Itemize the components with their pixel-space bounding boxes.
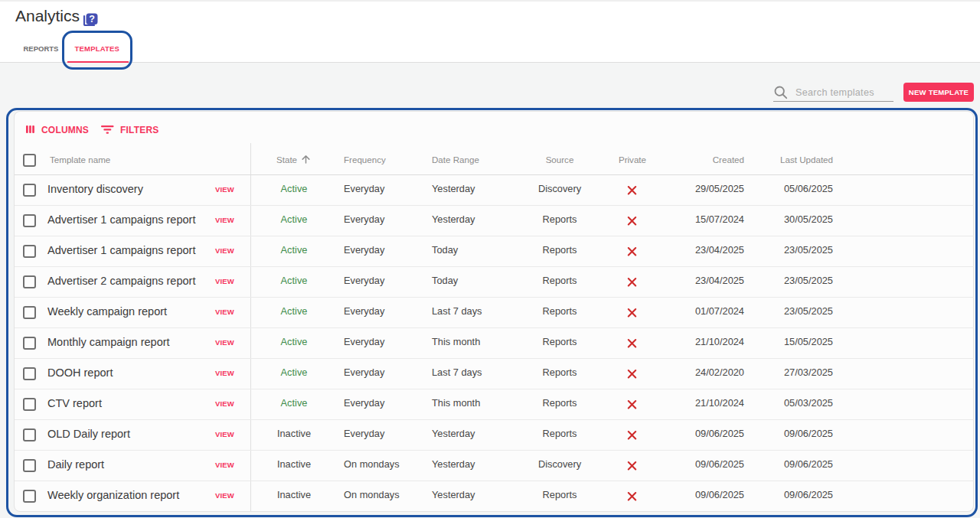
svg-text:?: ? [89, 14, 95, 24]
